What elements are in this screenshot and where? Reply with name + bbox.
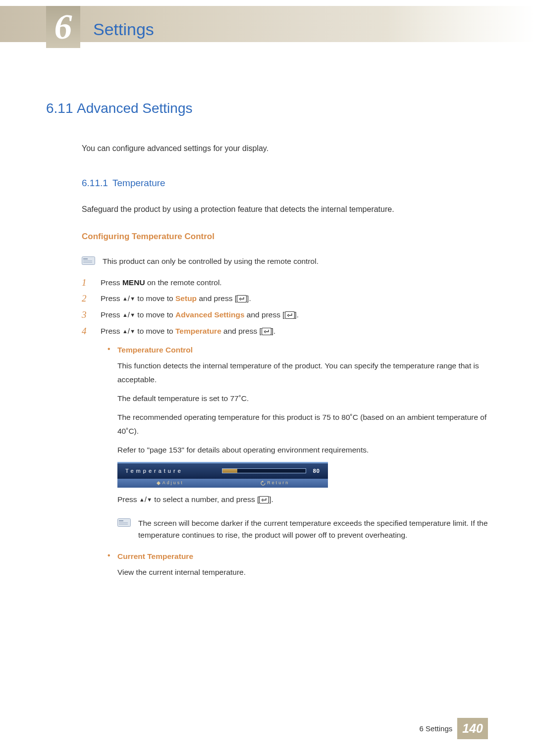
t: to move to — [135, 294, 175, 302]
osd-adjust: Adjust — [156, 480, 184, 487]
down-icon: ▼ — [147, 497, 152, 503]
nav-target: Setup — [175, 294, 197, 302]
up-icon: ▲ — [122, 328, 128, 334]
step-2: 2 Press ▲/▼ to move to Setup and press [… — [82, 293, 489, 305]
bullet-icon: • — [107, 344, 117, 354]
t: ]. — [271, 327, 276, 335]
bullet-temp-control: • Temperature Control — [107, 344, 489, 356]
step-1: 1 Press MENU on the remote control. — [82, 277, 489, 289]
note-remote-text: This product can only be controlled by u… — [103, 255, 489, 268]
step-4: 4 Press ▲/▼ to move to Temperature and p… — [82, 325, 489, 338]
cur-temp-body: View the current internal temperature. — [117, 565, 489, 579]
step-3: 3 Press ▲/▼ to move to Advanced Settings… — [82, 309, 489, 321]
t: ]. — [247, 294, 251, 302]
temp-ctrl-p3: The recommended operating temperature fo… — [117, 410, 489, 438]
enter-icon — [262, 327, 271, 334]
enter-icon — [259, 494, 269, 502]
note-darker-text: The screen will become darker if the cur… — [138, 517, 489, 542]
chapter-number: 6 — [46, 6, 80, 48]
step-text: Press MENU on the remote control. — [101, 277, 222, 289]
bullet-current-temp: • Current Temperature — [107, 551, 489, 562]
enter-icon — [237, 294, 247, 302]
bullet-icon: • — [107, 551, 117, 561]
osd-slider: 80 — [222, 467, 320, 475]
osd-adjust-label: Adjust — [162, 480, 184, 487]
step-num: 4 — [82, 325, 101, 338]
bullet-title: Current Temperature — [117, 551, 193, 562]
down-icon: ▼ — [130, 328, 135, 334]
step-text: Press ▲/▼ to move to Temperature and pre… — [101, 325, 275, 337]
bullet-title: Temperature Control — [117, 344, 193, 356]
note-darker: The screen will become darker if the cur… — [117, 517, 489, 542]
t: and press [ — [221, 327, 262, 335]
note-remote: This product can only be controlled by u… — [82, 255, 489, 268]
section-heading: 6.11Advanced Settings — [46, 98, 489, 119]
enter-icon — [285, 310, 295, 318]
down-icon: ▼ — [130, 312, 135, 318]
t: Press — [101, 310, 122, 319]
step-text: Press ▲/▼ to move to Setup and press []. — [101, 293, 251, 304]
note-icon — [82, 256, 98, 265]
chapter-header: 6 Settings — [0, 0, 535, 48]
slider-fill — [222, 469, 237, 473]
svg-marker-7 — [157, 481, 160, 485]
subsection-heading: 6.11.1Temperature — [82, 176, 489, 190]
osd-temperature: Temperature 80 Adjust Return — [117, 462, 328, 488]
page-number: 140 — [457, 718, 488, 739]
up-icon: ▲ — [139, 497, 145, 503]
nav-target: Temperature — [175, 327, 221, 335]
slider-track — [222, 468, 306, 473]
osd-top-row: Temperature 80 — [117, 462, 328, 479]
svg-rect-13 — [119, 524, 128, 525]
page-content: 6.11Advanced Settings You can configure … — [0, 48, 535, 579]
slider-value: 80 — [313, 467, 320, 475]
down-icon: ▼ — [130, 296, 135, 302]
nav-target: Advanced Settings — [175, 310, 245, 319]
t: and press [ — [197, 294, 237, 302]
t: on the remote control. — [145, 278, 222, 287]
osd-return-label: Return — [267, 480, 289, 487]
osd-return: Return — [261, 480, 289, 487]
steps-list: 1 Press MENU on the remote control. 2 Pr… — [82, 277, 489, 338]
t: Press — [117, 495, 139, 504]
temp-ctrl-p1: This function detects the internal tempe… — [117, 359, 489, 387]
svg-rect-3 — [83, 262, 92, 263]
step-num: 2 — [82, 293, 101, 305]
svg-rect-1 — [83, 258, 88, 259]
temp-ctrl-p2: The default temperature is set to 77˚C. — [117, 392, 489, 405]
section-number: 6.11 — [46, 98, 77, 119]
t: to move to — [135, 327, 175, 335]
step-text: Press ▲/▼ to move to Advanced Settings a… — [101, 309, 299, 321]
temp-ctrl-select-line: Press ▲/▼ to select a number, and press … — [117, 493, 489, 506]
section-intro: You can configure advanced settings for … — [82, 143, 489, 155]
step-num: 1 — [82, 277, 101, 289]
svg-rect-2 — [83, 260, 92, 261]
t: to select a number, and press [ — [152, 495, 259, 504]
chapter-title: Settings — [93, 16, 154, 43]
t: ]. — [295, 310, 299, 319]
osd-bottom-row: Adjust Return — [117, 479, 328, 488]
step-num: 3 — [82, 309, 101, 321]
t: Press — [101, 294, 122, 302]
note-icon — [117, 518, 133, 527]
menu-key: MENU — [122, 278, 145, 287]
config-heading: Configuring Temperature Control — [82, 230, 489, 243]
section-title: Advanced Settings — [77, 101, 193, 116]
up-icon: ▲ — [122, 312, 128, 318]
up-icon: ▲ — [122, 296, 128, 302]
subsection-title: Temperature — [112, 178, 165, 188]
t: Press — [101, 327, 122, 335]
svg-rect-12 — [119, 522, 128, 523]
svg-rect-11 — [119, 520, 123, 521]
banner-fade — [386, 6, 535, 42]
t: to move to — [135, 310, 175, 319]
subsection-intro: Safeguard the product by using a protect… — [82, 203, 489, 216]
page-footer: 6 Settings 140 — [420, 718, 488, 739]
osd-label: Temperature — [125, 467, 183, 475]
footer-chapter: 6 Settings — [420, 723, 453, 734]
t: and press [ — [245, 310, 285, 319]
subsection-number: 6.11.1 — [82, 176, 112, 190]
t: ]. — [269, 495, 273, 504]
t: Press — [101, 278, 122, 287]
temp-ctrl-p4: Refer to "page 153" for details about op… — [117, 443, 489, 457]
